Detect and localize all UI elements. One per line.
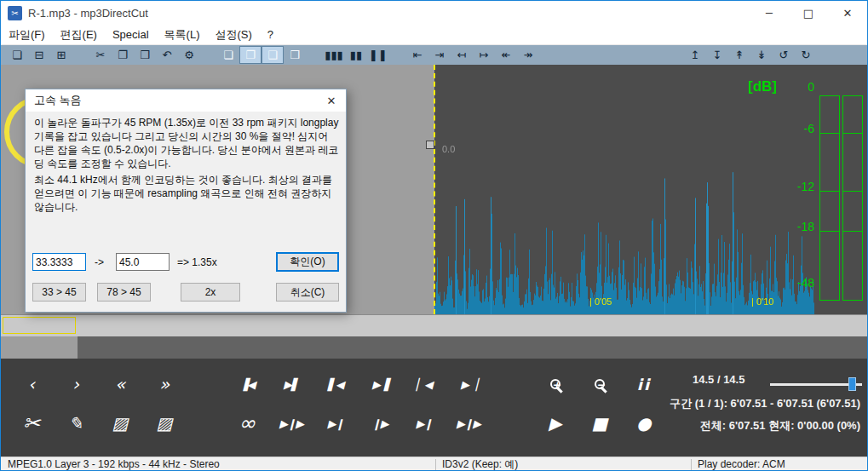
dialog-text-2: 최소 44.1 kHz에서 함께 인코딩하는 것이 좋습니다. 최상의 결과를 … — [34, 173, 341, 214]
play-icon[interactable]: ▶ — [533, 408, 578, 439]
skip-back-icon[interactable]: « — [98, 369, 142, 399]
volume-slider-handle[interactable] — [848, 377, 856, 391]
jump-right-icon[interactable]: ↠ — [517, 46, 539, 64]
cancel-button[interactable]: 취소(C) — [276, 283, 339, 302]
undo-icon[interactable]: ↶ — [156, 46, 178, 64]
mark-left-icon[interactable]: ↤ — [451, 46, 473, 64]
doc-list-icon[interactable]: ❒ — [284, 46, 306, 64]
status-divider — [691, 459, 692, 471]
waveform-canvas[interactable] — [434, 65, 818, 314]
close-button[interactable]: ✕ — [828, 1, 867, 25]
db-tick-label: -18 — [797, 220, 814, 233]
sel-end-right-icon[interactable]: ▶▐ — [358, 369, 402, 399]
sel-start-right-icon[interactable]: ▶▌ — [269, 369, 313, 399]
visible-range-rect[interactable] — [3, 317, 76, 334]
play-to-sel-icon[interactable]: ▶❙ — [402, 408, 446, 439]
vu-bars-icon[interactable]: ▮▮▮ — [323, 46, 345, 64]
doc-vbr-icon[interactable]: ❑ — [262, 46, 284, 64]
track-info-icon[interactable]: ii — [622, 369, 666, 399]
step-forward-icon[interactable]: › — [54, 369, 98, 399]
doc-info-icon[interactable]: ❏ — [217, 46, 239, 64]
special-menu[interactable]: Special — [105, 25, 157, 44]
cut-icon[interactable]: ✂ — [89, 46, 112, 64]
db-tick-label: 0 — [808, 80, 814, 94]
preset-33-45-button[interactable]: 33 > 45 — [32, 283, 86, 302]
waveform-panel: 0.0 [dB] 0-6-12-18-48 | 0'05| 0'10 — [434, 65, 868, 314]
loaded-segment — [1, 336, 78, 359]
maximize-button[interactable]: □ — [789, 1, 828, 25]
status-id3: ID3v2 (Keep: 예) — [442, 457, 518, 471]
file-overview-bar[interactable] — [1, 314, 867, 336]
preset-78-45-button[interactable]: 78 > 45 — [97, 283, 151, 302]
doc-id3-icon[interactable]: ❐ — [239, 46, 262, 64]
record-icon[interactable]: ● — [622, 408, 666, 439]
step-back-icon[interactable]: ‹ — [9, 369, 54, 399]
cue-out-icon[interactable]: ⇥ — [428, 46, 451, 64]
app-icon: ✂ — [8, 6, 22, 20]
cursor-marker-handle[interactable] — [426, 141, 434, 149]
loop-icon[interactable]: ∞ — [225, 408, 269, 439]
pencil-edit-icon[interactable]: ✎ — [54, 408, 98, 439]
sel-begin-hatch-icon[interactable]: ▨ — [98, 408, 142, 439]
pause-detect-icon[interactable]: ❚❚ — [367, 46, 389, 64]
play-from-sel-icon[interactable]: ❙▶ — [358, 408, 402, 439]
edit-menu[interactable]: 편집(E) — [53, 25, 105, 44]
settings-menu[interactable]: 설정(S) — [207, 25, 259, 44]
stop-icon[interactable]: ■ — [578, 408, 622, 439]
position-bar[interactable] — [1, 336, 867, 359]
fast-record-dialog: 고속 녹음 ✕ 이 놀라운 돌파구가 45 RPM (1.35x)로 이전 33… — [25, 89, 347, 313]
db-scale-title: [dB] — [748, 78, 777, 95]
dialog-close-icon[interactable]: ✕ — [317, 89, 346, 112]
scissors-cut-icon[interactable]: ✂ — [9, 408, 54, 439]
play-skip-icon[interactable]: ▶❙▶ — [446, 408, 491, 439]
dialog-title: 고속 녹음 — [34, 93, 82, 108]
zoom-out-icon[interactable]: − — [578, 369, 622, 399]
sel-start-left-icon[interactable]: ▐◀ — [225, 369, 269, 399]
copy-icon[interactable]: ❐ — [112, 46, 134, 64]
goto-start-icon[interactable]: ▏◀ — [402, 369, 446, 399]
db-tick-label: -12 — [797, 180, 814, 193]
time-label-0-05: | 0'05 — [589, 296, 612, 307]
arrow-label: -> — [95, 256, 104, 268]
time-label-0-10: | 0'10 — [751, 296, 773, 307]
save-icon[interactable]: ⊟ — [28, 46, 50, 64]
auto-cue-icon[interactable]: ↥ — [684, 46, 706, 64]
jump-left-icon[interactable]: ↞ — [495, 46, 517, 64]
file-menu[interactable]: 파일(F) — [1, 25, 53, 44]
gain-up-icon[interactable]: ↟ — [728, 46, 750, 64]
transport-row-1: ‹›«»▐◀▶▌▌◀▶▐▏◀▶▕+−ii — [9, 369, 666, 399]
open-icon[interactable]: ❏ — [6, 46, 28, 64]
save-split-icon[interactable]: ⊞ — [50, 46, 72, 64]
sel-end-hatch-icon[interactable]: ▨ — [142, 408, 187, 439]
status-decoder: Play decoder: ACM — [698, 457, 785, 471]
status-divider — [435, 459, 436, 471]
help-menu[interactable]: ? — [260, 25, 281, 44]
skip-forward-icon[interactable]: » — [142, 369, 187, 399]
pause-scan-icon[interactable]: ↧ — [706, 46, 728, 64]
app-icon-glyph: ✂ — [11, 9, 18, 18]
vu-half-icon[interactable]: ▮▮ — [345, 46, 367, 64]
goto-end-icon[interactable]: ▶▕ — [446, 369, 491, 399]
redo-tool-icon[interactable]: ↻ — [795, 46, 817, 64]
preset-2x-button[interactable]: 2x — [181, 283, 240, 302]
sel-end-left-icon[interactable]: ▌◀ — [313, 369, 358, 399]
paste-icon[interactable]: ❒ — [134, 46, 156, 64]
cursor-time-label: 0.0 — [442, 144, 455, 154]
play-to-cut-icon[interactable]: ▶❙ — [313, 408, 358, 439]
rpm-from-input[interactable] — [32, 253, 86, 271]
rpm-to-input[interactable] — [116, 253, 170, 271]
mark-right-icon[interactable]: ↦ — [473, 46, 495, 64]
ok-button[interactable]: 확인(O) — [276, 252, 339, 272]
play-around-cut-icon[interactable]: ▶❙▶ — [269, 408, 313, 439]
gain-down-icon[interactable]: ↡ — [750, 46, 773, 64]
minimize-button[interactable]: ─ — [750, 1, 789, 25]
zoom-in-icon[interactable]: + — [533, 369, 578, 399]
transport-row-2: ✂✎▨▨∞▶❙▶▶❙❙▶▶❙▶❙▶▶■● — [9, 408, 666, 439]
cue-in-icon[interactable]: ⇤ — [406, 46, 428, 64]
status-format: MPEG1.0 Layer 3 - 192 kbps - 44 kHz - St… — [8, 457, 220, 471]
level-meter-right — [842, 95, 863, 301]
list-menu[interactable]: 목록(L) — [157, 25, 208, 44]
level-meter-left — [819, 95, 840, 301]
settings-gear-icon[interactable]: ⚙ — [178, 46, 200, 64]
loop-tool-icon[interactable]: ↺ — [773, 46, 795, 64]
